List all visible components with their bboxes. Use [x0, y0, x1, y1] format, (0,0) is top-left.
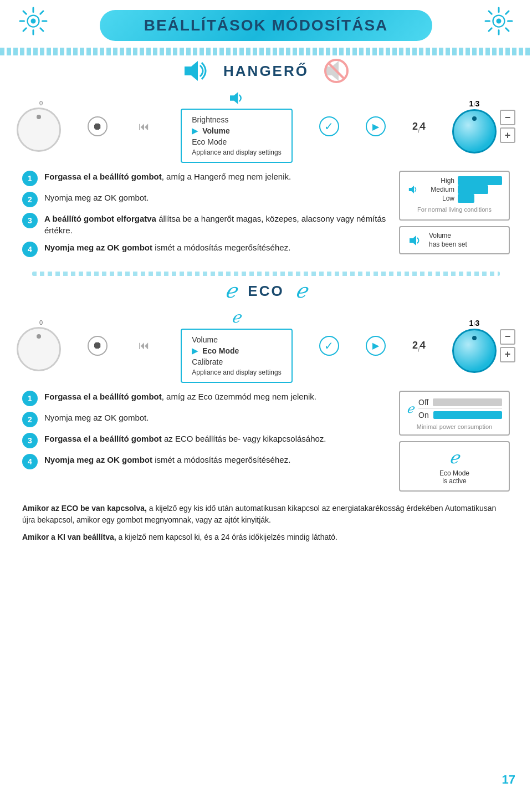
level-normal-note: For normal living conditions	[407, 206, 502, 213]
knob-zero-col: 0	[17, 101, 61, 152]
eco-step-3: 3 Forgassa el a beállító gombot az ECO b…	[22, 433, 388, 448]
svg-point-1	[31, 19, 36, 24]
plus-button[interactable]: +	[500, 127, 515, 143]
level-high-row: High	[424, 176, 502, 185]
plus-minus-control: − +	[500, 110, 515, 143]
svg-line-8	[40, 11, 43, 14]
step-badge-3: 3	[22, 213, 38, 228]
svg-marker-26	[410, 236, 416, 245]
menu-item-ecomode[interactable]: Eco Mode	[192, 136, 281, 147]
level-medium-bar	[458, 185, 488, 194]
speaker-active-icon	[179, 59, 212, 83]
eco-ok-check[interactable]: ✓	[319, 336, 339, 356]
level-low-row: Low	[424, 194, 502, 203]
level-medium-label: Medium	[424, 186, 454, 193]
step-number-24: 2/4	[412, 121, 426, 132]
rec-button[interactable]: ⏺	[88, 116, 108, 136]
volume-menu-area: Brightness ▶ Volume Eco Mode Appliance a…	[181, 90, 292, 163]
main-knob-right[interactable]	[452, 109, 497, 154]
svg-line-19	[489, 28, 492, 31]
svg-line-18	[506, 11, 509, 14]
level-speaker-icon	[407, 183, 420, 196]
eco-zero-label: 0	[39, 319, 43, 326]
level-bars-area: High Medium Low	[424, 176, 502, 203]
eco-step-1: 1 Forgassa el a beállító gombot, amíg az…	[22, 391, 388, 406]
back-button[interactable]: ⏮	[134, 116, 154, 136]
menu-item-brightness[interactable]: Brightness	[192, 114, 281, 125]
eco-menu-item-calibrate[interactable]: Calibrate	[192, 356, 281, 367]
eco-power-icon-row: ℯ Off On	[407, 396, 502, 421]
eco-section-header: ℯ ECO ℯ	[0, 279, 532, 303]
eco-step-4: 4 Nyomja meg az OK gombot ismét a módosí…	[22, 454, 388, 469]
eco-main-knob-area: 1/3 − +	[452, 319, 515, 373]
svg-marker-24	[230, 92, 238, 104]
eco-back-button[interactable]: ⏮	[134, 336, 154, 356]
step-badge-2: 2	[22, 192, 38, 207]
svg-line-7	[40, 28, 43, 31]
eco-power-icon: ℯ	[407, 402, 414, 416]
volume-section-header: HANGERŐ	[0, 59, 532, 83]
eco-play-button[interactable]: ▶	[366, 336, 386, 356]
eco-on-bar	[433, 411, 502, 419]
ok-check-button[interactable]: ✓	[319, 116, 339, 136]
eco-notes-section: Amikor az ECO be van kapcsolva, a kijelz…	[0, 497, 532, 554]
eco-step-badge-1: 1	[22, 391, 38, 406]
svg-marker-20	[185, 61, 198, 81]
minus-button[interactable]: −	[500, 110, 515, 125]
volume-levels-box: High Medium Low For normal living condit…	[399, 171, 510, 221]
eco-step-badge-3: 3	[22, 433, 38, 448]
step-badge-4: 4	[22, 242, 38, 257]
eco-info-boxes: ℯ Off On Minimal power consumption ℯ Eco…	[399, 391, 510, 492]
eco-steps-section: 1 Forgassa el a beállító gombot, amíg az…	[0, 385, 532, 497]
eco-active-box: ℯ Eco Modeis active	[399, 441, 510, 492]
eco-knob-col-right: 1/3	[452, 319, 497, 373]
speaker-menu-icon	[227, 90, 247, 106]
eco-on-label: On	[418, 411, 429, 420]
main-knob-large[interactable]	[17, 108, 61, 152]
eco-steps-list: 1 Forgassa el a beállító gombot, amíg az…	[22, 391, 388, 492]
eco-rec-button[interactable]: ⏺	[88, 336, 108, 356]
level-medium-row: Medium	[424, 185, 502, 194]
page-number: 17	[502, 773, 515, 787]
gear-right-icon	[482, 4, 515, 38]
eco-power-note: Minimal power consumption	[407, 423, 502, 430]
zero-label: 0	[39, 100, 43, 106]
eco-step-2: 2 Nyomja meg az OK gombot.	[22, 412, 388, 427]
eco-on-row: On	[418, 409, 502, 421]
eco-step-number-24: 2/4	[412, 340, 426, 351]
eco-menu-item-volume[interactable]: Volume	[192, 334, 281, 345]
eco-plus-minus-control: − +	[500, 329, 515, 362]
step-text-1: Forgassa el a beállító gombot, amíg a Ha…	[44, 171, 291, 182]
eco-main-knob-right[interactable]	[452, 329, 497, 373]
main-knob-area: 1/3 − +	[452, 99, 515, 154]
eco-off-bar	[433, 398, 502, 406]
menu-item-appliance[interactable]: Appliance and display settings	[192, 147, 281, 157]
eco-section-title: ECO	[248, 283, 284, 300]
eco-section-divider	[32, 272, 500, 276]
svg-line-17	[506, 28, 509, 31]
level-high-label: High	[424, 177, 454, 185]
eco-main-knob[interactable]	[17, 327, 61, 371]
eco-active-text: Eco Modeis active	[439, 469, 469, 485]
svg-line-16	[489, 11, 492, 14]
eco-menu-area: ℯ Volume ▶ Eco Mode Calibrate Appliance …	[181, 308, 292, 383]
eco-active-icon: ℯ	[449, 448, 459, 467]
menu-item-volume[interactable]: ▶ Volume	[192, 125, 281, 136]
eco-knob-zero-col: 0	[17, 320, 61, 371]
speaker-muted-icon	[320, 59, 353, 83]
eco-minus-button[interactable]: −	[500, 329, 515, 345]
eco-icon-right: ℯ	[295, 279, 307, 303]
eco-power-box: ℯ Off On Minimal power consumption	[399, 391, 510, 436]
eco-menu-box: Volume ▶ Eco Mode Calibrate Appliance an…	[181, 329, 292, 383]
eco-menu-item-eco[interactable]: ▶ Eco Mode	[192, 345, 281, 356]
eco-step-badge-2: 2	[22, 412, 38, 427]
page-title: BEÁLLÍTÁSOK MÓDOSÍTÁSA	[144, 17, 388, 34]
volume-steps-list: 1 Forgassa el a beállító gombot, amíg a …	[22, 171, 388, 263]
step-badge-1: 1	[22, 171, 38, 186]
eco-menu-item-appliance[interactable]: Appliance and display settings	[192, 367, 281, 377]
eco-plus-button[interactable]: +	[500, 347, 515, 362]
volume-set-label: Volumehas been set	[429, 232, 467, 249]
play-button[interactable]: ▶	[366, 116, 386, 136]
volume-menu-box: Brightness ▶ Volume Eco Mode Appliance a…	[181, 109, 292, 163]
eco-step-text-3: Forgassa el a beállító gombot az ECO beá…	[44, 433, 326, 444]
